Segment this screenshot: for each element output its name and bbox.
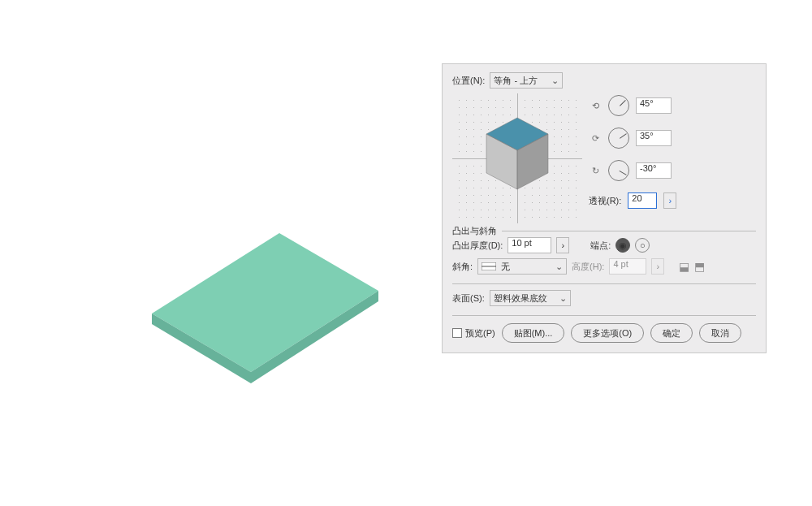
rotate-z-dial[interactable] — [608, 160, 629, 181]
bevel-row: 斜角: 无 ⌄ 高度(H): 4 pt › ⬓ ⬒ — [452, 258, 756, 275]
chevron-right-icon: › — [561, 240, 564, 250]
chevron-down-icon: ⌄ — [559, 293, 567, 304]
bevel-label: 斜角: — [452, 261, 473, 273]
dialog-footer: 预览(P) 贴图(M)... 更多选项(O) 确定 取消 — [452, 323, 756, 343]
bevel-select[interactable]: 无 ⌄ — [477, 258, 567, 275]
perspective-row: 透视(R): 20 › — [589, 192, 676, 209]
preview-checkbox[interactable]: 预览(P) — [452, 327, 495, 339]
extrude-section-title: 凸出与斜角 — [452, 225, 502, 237]
chevron-down-icon: ⌄ — [555, 262, 563, 272]
rotate-y-row: ⟳ 35° — [589, 128, 676, 149]
perspective-label: 透视(R): — [589, 195, 621, 207]
rotate-x-dial[interactable] — [608, 95, 629, 116]
separator — [452, 314, 756, 315]
depth-label: 凸出厚度(D): — [452, 240, 503, 252]
cancel-button[interactable]: 取消 — [699, 323, 741, 343]
bevel-extent-out-icon: ⬒ — [694, 260, 705, 273]
surface-row: 表面(S): 塑料效果底纹 ⌄ — [452, 290, 756, 306]
rotation-controls: ⟲ 45° ⟳ 35° ↻ -30° 透视(R): 20 › — [589, 95, 676, 223]
rotate-horizontal-icon: ⟲ — [589, 99, 602, 112]
rotate-vertical-icon: ⟳ — [589, 132, 602, 145]
rotate-circular-icon: ↻ — [589, 164, 602, 177]
rotate-y-dial[interactable] — [608, 128, 629, 149]
cube-preview — [452, 93, 582, 223]
ok-button[interactable]: 确定 — [650, 323, 693, 343]
chevron-right-icon: › — [657, 262, 660, 271]
rotate-z-input[interactable]: -30° — [636, 162, 672, 179]
more-options-button[interactable]: 更多选项(O) — [571, 323, 644, 343]
position-value: 等角 - 上方 — [494, 75, 538, 87]
bevel-height-input: 4 pt — [609, 258, 646, 275]
perspective-value: 20 — [632, 193, 641, 203]
rotate-x-row: ⟲ 45° — [589, 95, 676, 116]
extrude-depth-row: 凸出厚度(D): 10 pt › 端点: ◉ ○ — [452, 237, 756, 253]
bevel-value: 无 — [501, 261, 510, 273]
separator — [452, 283, 756, 283]
rotate-z-row: ↻ -30° — [589, 160, 676, 181]
map-art-button[interactable]: 贴图(M)... — [502, 323, 565, 343]
rotation-cube[interactable] — [452, 93, 582, 223]
cap-on-icon: ◉ — [619, 240, 627, 251]
cap-label: 端点: — [590, 240, 611, 252]
rotation-section: ⟲ 45° ⟳ 35° ↻ -30° 透视(R): 20 › — [452, 93, 756, 223]
rotate-y-input[interactable]: 35° — [636, 130, 672, 146]
position-select[interactable]: 等角 - 上方 ⌄ — [490, 72, 563, 89]
checkbox-icon — [452, 328, 462, 338]
rotate-x-input[interactable]: 45° — [636, 97, 672, 114]
perspective-input[interactable]: 20 — [628, 192, 657, 209]
cap-off-button[interactable]: ○ — [635, 238, 650, 253]
depth-input[interactable]: 10 pt — [508, 237, 551, 253]
extrude-bevel-dialog: 位置(N): 等角 - 上方 ⌄ ⟲ 45° — [442, 63, 767, 353]
extrude-section-separator: 凸出与斜角 — [452, 230, 756, 231]
cap-off-icon: ○ — [640, 240, 646, 250]
surface-label: 表面(S): — [452, 292, 485, 305]
surface-value: 塑料效果底纹 — [494, 292, 547, 305]
perspective-stepper[interactable]: › — [663, 192, 676, 209]
depth-stepper[interactable]: › — [556, 237, 569, 253]
position-row: 位置(N): 等角 - 上方 ⌄ — [452, 72, 756, 89]
bevel-height-label: 高度(H): — [572, 261, 604, 273]
chevron-down-icon: ⌄ — [551, 76, 559, 86]
position-label: 位置(N): — [452, 75, 485, 87]
surface-select[interactable]: 塑料效果底纹 ⌄ — [490, 290, 571, 306]
svg-marker-0 — [152, 233, 378, 372]
chevron-right-icon: › — [668, 196, 672, 205]
preview-label: 预览(P) — [465, 327, 495, 339]
bevel-height-stepper: › — [651, 258, 664, 275]
bevel-extent-in-icon: ⬓ — [679, 260, 689, 273]
cap-on-button[interactable]: ◉ — [615, 238, 630, 253]
bevel-none-icon — [482, 262, 496, 270]
